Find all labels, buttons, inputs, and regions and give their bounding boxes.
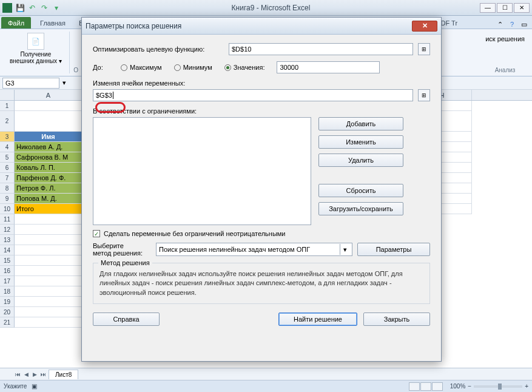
solve-button[interactable]: Найти решение	[278, 313, 357, 326]
variables-label: Изменяя ячейки переменных:	[93, 79, 185, 87]
row-header[interactable]: 19	[0, 297, 15, 307]
group-external-data: 📄 Получение внешних данных ▾	[2, 32, 70, 73]
dialog-title: Параметры поиска решения	[86, 22, 412, 30]
select-all-corner[interactable]	[0, 90, 15, 100]
objective-ref-icon[interactable]: ⊞	[418, 43, 430, 55]
quick-access-toolbar: 💾 ↶ ↷ ▾	[15, 2, 62, 13]
redo-icon[interactable]: ↷	[39, 2, 50, 13]
view-layout-icon[interactable]	[420, 382, 431, 391]
row-header[interactable]: 20	[0, 307, 15, 317]
cell-name[interactable]: Сафронова В. М	[15, 152, 82, 163]
dialog-titlebar[interactable]: Параметры поиска решения ✕	[82, 18, 441, 35]
radio-max[interactable]: Максимум	[121, 64, 162, 71]
to-label: До:	[93, 64, 116, 71]
add-constraint-button[interactable]: Добавить	[318, 117, 403, 130]
chevron-down-icon: ▾	[340, 244, 349, 255]
tab-file[interactable]: Файл	[1, 17, 31, 29]
row-header[interactable]: 4	[0, 142, 15, 152]
status-mode: Укажите	[4, 383, 27, 390]
radio-value[interactable]: Значения:	[224, 64, 265, 71]
namebox-dropdown-icon[interactable]: ▾	[59, 79, 69, 87]
ribbon-minimize-icon[interactable]: ⌃	[496, 20, 504, 29]
view-normal-icon[interactable]	[409, 382, 420, 391]
row-header[interactable]: 11	[0, 214, 15, 225]
sheet-nav-prev-icon[interactable]: ◀	[22, 370, 30, 379]
delete-constraint-button[interactable]: Удалить	[318, 154, 403, 167]
statusbar: Укажите ▣ 100% − +	[0, 380, 532, 392]
variables-input[interactable]: $G$3	[93, 89, 413, 101]
tab-home[interactable]: Главная	[33, 17, 72, 29]
solver-button[interactable]: иск решения	[485, 32, 525, 42]
save-icon[interactable]: 💾	[15, 2, 25, 13]
zoom-level: 100%	[450, 383, 466, 390]
titlebar: 💾 ↶ ↷ ▾ Книга9 - Microsoft Excel — ☐ ✕	[0, 0, 532, 16]
undo-icon[interactable]: ↶	[27, 2, 38, 13]
sheet-nav-last-icon[interactable]: ⏭	[39, 370, 47, 379]
row-header[interactable]: 1	[0, 101, 15, 111]
row-header[interactable]: 13	[0, 235, 15, 245]
row-header[interactable]: 21	[0, 317, 15, 328]
row-header[interactable]: 17	[0, 276, 15, 286]
col-header-a[interactable]: A	[15, 90, 82, 100]
method-description-text: Для гладких нелинейных задач используйте…	[99, 269, 423, 297]
cell[interactable]	[15, 101, 82, 111]
cell-name[interactable]: Николаев А. Д.	[15, 142, 82, 152]
external-data-icon: 📄	[27, 33, 44, 50]
row-header[interactable]: 5	[0, 152, 15, 163]
ribbon-collapse-icon[interactable]: ▭	[520, 20, 528, 29]
cell[interactable]	[15, 111, 82, 132]
name-box[interactable]: G3	[2, 78, 59, 89]
radio-min[interactable]: Минимум	[174, 64, 212, 71]
row-header[interactable]: 14	[0, 245, 15, 255]
cell-name[interactable]: Парфенов Д. Ф.	[15, 173, 82, 183]
load-save-button[interactable]: Загрузить/сохранить	[318, 202, 403, 215]
row-header[interactable]: 8	[0, 183, 15, 194]
cell-name[interactable]: Петров Ф. Л.	[15, 183, 82, 194]
row-header[interactable]: 18	[0, 286, 15, 297]
view-pagebreak-icon[interactable]	[432, 382, 443, 391]
sheet-tab[interactable]: Лист8	[49, 370, 78, 379]
help-button[interactable]: Справка	[93, 313, 160, 326]
qat-dropdown-icon[interactable]: ▾	[51, 2, 62, 13]
change-constraint-button[interactable]: Изменить	[318, 135, 403, 149]
zoom-in-icon[interactable]: +	[525, 383, 528, 390]
method-select[interactable]: Поиск решения нелинейных задач методом О…	[156, 243, 352, 256]
excel-icon	[2, 3, 12, 13]
row-header[interactable]: 15	[0, 255, 15, 266]
nonneg-checkbox[interactable]: ✓ Сделать переменные без ограничений нео…	[93, 230, 430, 237]
row-header[interactable]: 3	[0, 132, 15, 142]
minimize-button[interactable]: —	[480, 3, 496, 13]
row-header[interactable]: 10	[0, 204, 15, 214]
variables-ref-icon[interactable]: ⊞	[418, 89, 430, 101]
close-button[interactable]: ✕	[514, 3, 530, 13]
cell-name[interactable]: Коваль Л. П.	[15, 163, 82, 173]
get-external-data-button[interactable]: 📄 Получение внешних данных ▾	[7, 32, 64, 66]
options-button[interactable]: Параметры	[357, 243, 430, 256]
objective-input[interactable]: $D$10	[229, 43, 413, 55]
solver-dialog: Параметры поиска решения ✕ Оптимизироват…	[81, 17, 442, 362]
row-header[interactable]: 16	[0, 266, 15, 276]
cell-name[interactable]: Попова М. Д.	[15, 194, 82, 204]
maximize-button[interactable]: ☐	[497, 3, 513, 13]
record-macro-icon[interactable]: ▣	[32, 383, 37, 390]
sheet-tabs: ⏮ ◀ ▶ ⏭ Лист8	[0, 368, 532, 380]
cell-header-name[interactable]: Имя	[15, 132, 82, 142]
row-header[interactable]: 12	[0, 225, 15, 235]
zoom-out-icon[interactable]: −	[468, 383, 471, 390]
constraints-label: В соответствии с ограничениями:	[93, 107, 197, 115]
row-header[interactable]: 9	[0, 194, 15, 204]
close-button[interactable]: Закрыть	[363, 313, 430, 326]
row-header[interactable]: 7	[0, 173, 15, 183]
sheet-nav-next-icon[interactable]: ▶	[30, 370, 39, 379]
sheet-nav-first-icon[interactable]: ⏮	[13, 370, 22, 379]
zoom-slider[interactable]	[474, 385, 522, 388]
constraints-listbox[interactable]	[93, 117, 311, 225]
reset-button[interactable]: Сбросить	[318, 184, 403, 197]
row-header[interactable]: 2	[0, 111, 15, 132]
dialog-close-button[interactable]: ✕	[412, 21, 437, 32]
cell-total[interactable]: Итого	[15, 204, 82, 214]
row-header[interactable]: 6	[0, 163, 15, 173]
value-of-input[interactable]: 30000	[277, 61, 380, 73]
help-icon[interactable]: ?	[508, 20, 516, 29]
method-label: Выберите метод решения:	[93, 242, 151, 257]
